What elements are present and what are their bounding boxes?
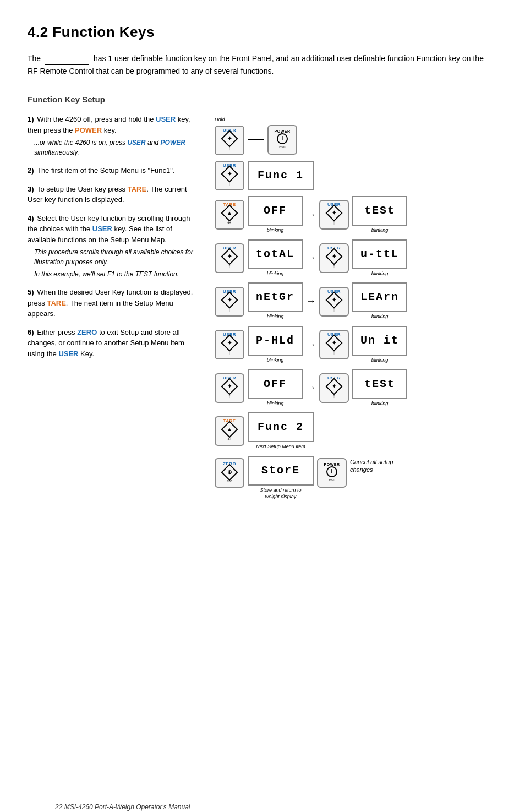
display-test-box-3: tESt [352,196,407,226]
display-off-box-3: OFF [248,196,303,226]
step-2: 2) The first item of the Setup Menu is "… [28,165,198,176]
arrow-5: → [306,295,316,308]
display-total-text-4: totAL [256,247,294,262]
page-footer: 22 MSI-4260 Port-A-Weigh Operator's Manu… [55,799,470,812]
function-key-setup-title: Function Key Setup [28,94,497,105]
display-func1: Func 1 [248,161,314,190]
steps-column: 1) With the 4260 off, press and hold the… [28,114,198,367]
step-4-number: 4) [28,214,34,222]
display-store-9: StorE Store and return toweight display [248,456,314,500]
diagram-row-3: TARE ▲ ↵ OFF blinking → USER ✦ ↑ tESt bl… [215,196,497,234]
function-key-setup-section: 1) With the 4260 off, press and hold the… [28,114,497,500]
arrow-6: → [306,338,316,352]
cancel-text-9: Cancel all setup changes [350,458,400,474]
display-off-3: OFF blinking [248,196,303,234]
key-user-row6b: USER ✦ ↑ [319,330,349,359]
intro-after: has 1 user definable function key on the… [28,54,484,75]
display-func1-text: Func 1 [258,168,304,183]
display-func2-label-8: Next Setup Menu Item [256,443,305,450]
user-key-icon-4b: ✦ [325,248,342,265]
hold-label: Hold [215,116,225,123]
display-test-text-7: tESt [364,377,395,392]
zero-key-icon-9: ⊕ [221,464,238,481]
display-learn-5: LEArn blinking [352,282,407,320]
arrow-3: → [306,208,316,222]
power-key-label: POWER [275,129,291,133]
power-key-label-9: POWER [324,462,340,466]
product-blank [45,52,89,64]
key-user-row4b: USER ✦ ↑ [319,243,349,273]
display-phld-box-6: P-HLd [248,326,303,356]
key-user-row5: USER ✦ ↑ [215,287,244,317]
display-func2-8: Func 2 Next Setup Menu Item [248,412,314,450]
display-test-label-7: blinking [371,400,389,407]
section-title: 4.2 Function Keys [28,22,497,42]
step-6-zero: ZERO [77,328,97,336]
step-3-tare: TARE [128,185,146,193]
key-user-row7: USER ✦ ↑ [215,373,244,403]
user-key-icon-7: ✦ [221,378,238,395]
key-power-row1: POWER I esc [267,125,297,155]
display-uttl-text-4: u-ttL [360,247,399,262]
display-test-box-7: tESt [352,369,407,399]
diagram-row-2: USER ✦ ↑ Func 1 [215,161,497,190]
display-test-3: tESt blinking [352,196,407,234]
display-off-label-3: blinking [267,227,284,234]
display-phld-6: P-HLd blinking [248,326,303,364]
display-store-box-9: StorE [248,456,314,486]
key-user-row6: USER ✦ ↑ [215,330,244,359]
diagram-row-4: USER ✦ ↑ totAL blinking → USER ✦ ↑ u-ttL… [215,239,497,277]
step-1-note: ...or while the 4260 is on, press USER a… [34,138,198,157]
step-5-tare: TARE [47,299,65,307]
diagram-row-7: USER ✦ ↑ OFF blinking → USER ✦ ↑ tESt bl… [215,369,497,407]
power-key-icon-9: I [326,466,337,477]
display-learn-label-5: blinking [371,313,389,320]
step-5: 5) When the desired User Key function is… [28,287,198,319]
display-unit-box-6: Un it [352,326,407,356]
user-key-icon: ✦ [221,130,238,148]
display-test-label-3: blinking [371,227,389,234]
display-netgr-5: nEtGr blinking [248,282,303,320]
user-key-icon-6b: ✦ [325,335,342,352]
dash-separator [248,139,264,140]
intro-before: The [28,54,41,63]
display-off-text-7: OFF [264,377,287,392]
tare-key-icon-3: ▲ [221,205,238,222]
diagram-row-6: USER ✦ ↑ P-HLd blinking → USER ✦ ↑ Un it… [215,326,497,364]
display-total-box-4: totAL [248,239,303,269]
display-netgr-box-5: nEtGr [248,282,303,312]
display-uttl-4: u-ttL blinking [352,239,407,277]
diagram-row-5: USER ✦ ↑ nEtGr blinking → USER ✦ ↑ LEArn… [215,282,497,320]
step-2-number: 2) [28,166,34,175]
display-unit-text-6: Un it [360,333,399,348]
display-store-text-9: StorE [261,463,300,478]
key-tare-row3: TARE ▲ ↵ [215,200,244,230]
key-zero-row9: ZERO ⊕ sto [215,458,244,488]
display-func2-text-8: Func 2 [258,419,304,435]
display-netgr-text-5: nEtGr [256,290,294,305]
diagram-column: Hold USER ✦ ↑ POWER I esc USER ✦ ↑ [215,114,497,500]
user-key-icon-5b: ✦ [325,291,342,308]
key-user-row7b: USER ✦ ↑ [319,373,349,403]
power-key-esc-9: esc [329,477,335,483]
step-4: 4) Select the User key function by scrol… [28,213,198,280]
user-key-icon-7b: ✦ [325,378,342,395]
key-user-row5b: USER ✦ ↑ [319,287,349,317]
step-6-user: USER [58,350,78,358]
key-user-row3: USER ✦ ↑ [319,200,349,230]
display-off-7: OFF blinking [248,369,303,407]
key-tare-row8: TARE ▲ ↵ [215,416,244,446]
step-6: 6) Either press ZERO to exit Setup and s… [28,327,198,359]
display-test-text-3: tESt [364,203,395,219]
key-user-row2: USER ✦ ↑ [215,161,244,190]
footer-text: 22 MSI-4260 Port-A-Weigh Operator's Manu… [55,803,190,811]
diagram-row-1: Hold USER ✦ ↑ POWER I esc [215,124,497,155]
power-cancel-group: POWER I esc Cancel all setup changes [317,458,400,488]
display-phld-label-6: blinking [267,357,284,364]
step-5-number: 5) [28,288,34,296]
user-key-icon-6: ✦ [221,335,238,352]
display-unit-6: Un it blinking [352,326,407,364]
step-1-number: 1) [28,115,34,123]
display-off-box-7: OFF [248,369,303,399]
step-4-note1: This procedure scrolls through all avail… [34,247,198,267]
